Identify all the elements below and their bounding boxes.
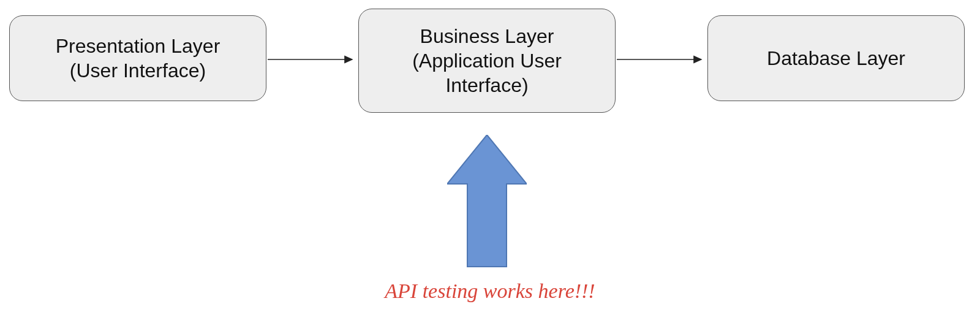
box-business-label: Business Layer (Application User Interfa… (412, 24, 562, 97)
big-up-arrow-icon (447, 135, 527, 270)
box-presentation-label: Presentation Layer (User Interface) (56, 34, 221, 83)
caption-api-testing: API testing works here!!! (0, 280, 980, 303)
box-business-layer: Business Layer (Application User Interfa… (358, 9, 616, 113)
box-presentation-layer: Presentation Layer (User Interface) (9, 15, 266, 101)
arrow-presentation-to-business (266, 52, 358, 70)
arrow-business-to-database (616, 52, 707, 70)
diagram-canvas: Presentation Layer (User Interface) Busi… (0, 0, 980, 320)
box-database-layer: Database Layer (707, 15, 965, 101)
box-database-label: Database Layer (767, 46, 905, 70)
